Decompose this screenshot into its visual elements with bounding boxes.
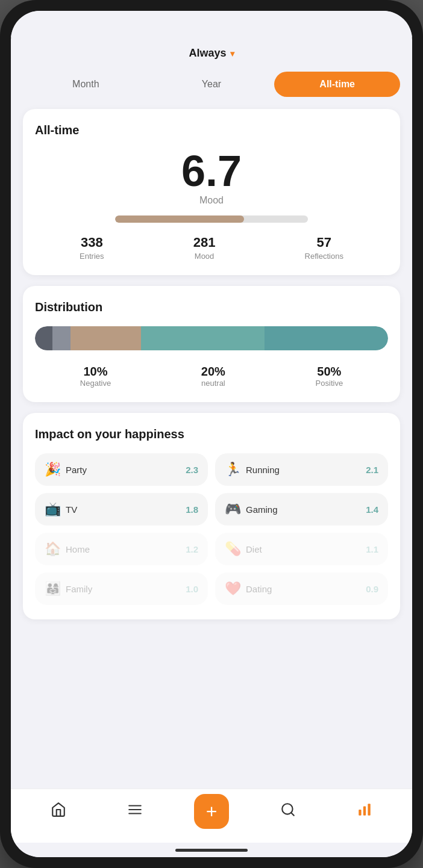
stat-mood-label: Mood — [193, 252, 216, 261]
stat-reflections: 57 Reflections — [305, 235, 343, 261]
tv-name: TV — [66, 504, 77, 515]
running-score: 2.1 — [366, 465, 378, 475]
stat-entries: 338 Entries — [80, 235, 104, 261]
nav-add[interactable]: + — [174, 794, 250, 829]
tab-alltime[interactable]: All-time — [274, 72, 400, 97]
dating-score: 0.9 — [366, 584, 378, 594]
dist-positive-label: Positive — [316, 379, 343, 388]
add-button[interactable]: + — [194, 794, 229, 829]
chevron-down-icon: ▾ — [230, 49, 234, 58]
gaming-emoji: 🎮 — [225, 501, 241, 517]
tv-emoji: 📺 — [45, 501, 61, 517]
distribution-card: Distribution 10% Negative 20% neutr — [23, 286, 400, 402]
svg-line-4 — [291, 813, 294, 816]
stat-reflections-value: 57 — [305, 235, 343, 250]
home-indicator — [11, 843, 412, 857]
impact-item-home[interactable]: 🏠 Home 1.2 — [35, 533, 208, 565]
impact-item-diet[interactable]: 💊 Diet 1.1 — [215, 533, 388, 565]
home-score: 1.2 — [186, 544, 198, 554]
bottom-nav: + — [11, 789, 412, 843]
dating-emoji: ❤️ — [225, 581, 241, 597]
nav-menu[interactable] — [97, 802, 174, 821]
nav-search[interactable] — [249, 802, 326, 821]
impact-grid: 🎉 Party 2.3 🏃 Running 2.1 📺 TV 1.8 — [35, 453, 388, 605]
header: Always ▾ — [23, 37, 400, 67]
dist-neutral-value: 20% — [201, 365, 225, 379]
dist-seg-2 — [52, 326, 70, 350]
diet-score: 1.1 — [366, 544, 378, 554]
stat-entries-value: 338 — [80, 235, 104, 250]
happiness-card-title: Impact on your happiness — [35, 427, 388, 441]
status-bar — [11, 11, 412, 37]
happiness-card: Impact on your happiness 🎉 Party 2.3 🏃 R… — [23, 413, 400, 619]
mood-score: 6.7 — [35, 149, 388, 193]
dist-negative-value: 10% — [80, 365, 111, 379]
impact-item-running[interactable]: 🏃 Running 2.1 — [215, 453, 388, 486]
svg-rect-5 — [359, 810, 361, 816]
dist-positive-value: 50% — [316, 365, 343, 379]
impact-item-family[interactable]: 👨‍👩‍👧 Family 1.0 — [35, 572, 208, 605]
impact-item-party[interactable]: 🎉 Party 2.3 — [35, 453, 208, 486]
tv-score: 1.8 — [186, 504, 198, 515]
family-score: 1.0 — [186, 584, 198, 594]
mood-bar-fill — [115, 215, 244, 223]
gaming-score: 1.4 — [366, 504, 378, 515]
party-name: Party — [66, 465, 87, 475]
party-score: 2.3 — [186, 465, 198, 475]
home-icon — [51, 802, 66, 821]
dist-stat-neutral: 20% neutral — [201, 365, 225, 388]
dist-seg-5 — [265, 326, 388, 350]
dist-stat-positive: 50% Positive — [316, 365, 343, 388]
header-title-text: Always — [189, 47, 226, 60]
nav-home[interactable] — [20, 802, 97, 821]
running-name: Running — [246, 465, 280, 475]
distribution-card-title: Distribution — [35, 300, 388, 314]
mood-score-container: 6.7 Mood — [35, 149, 388, 206]
phone-frame: Always ▾ Month Year All-time All-time 6.… — [0, 0, 423, 868]
stat-entries-label: Entries — [80, 252, 104, 261]
family-emoji: 👨‍👩‍👧 — [45, 581, 61, 597]
dist-stat-negative: 10% Negative — [80, 365, 111, 388]
dist-neutral-label: neutral — [201, 379, 225, 388]
mood-bar-container — [115, 215, 308, 223]
alltime-card: All-time 6.7 Mood 338 Entries 281 Mood — [23, 109, 400, 275]
mood-label: Mood — [35, 195, 388, 206]
running-emoji: 🏃 — [225, 462, 241, 477]
diet-emoji: 💊 — [225, 541, 241, 557]
impact-item-gaming[interactable]: 🎮 Gaming 1.4 — [215, 493, 388, 525]
dist-seg-3 — [70, 326, 141, 350]
chart-icon — [357, 802, 372, 821]
distribution-bar — [35, 326, 388, 350]
stat-mood: 281 Mood — [193, 235, 216, 261]
header-title-button[interactable]: Always ▾ — [189, 47, 234, 60]
impact-item-dating[interactable]: ❤️ Dating 0.9 — [215, 572, 388, 605]
time-tabs: Month Year All-time — [23, 72, 400, 97]
distribution-stats: 10% Negative 20% neutral 50% Positive — [35, 365, 388, 388]
phone-screen: Always ▾ Month Year All-time All-time 6.… — [11, 11, 412, 857]
home-name: Home — [66, 544, 90, 554]
tab-month[interactable]: Month — [23, 72, 149, 97]
menu-icon — [127, 802, 143, 821]
home-emoji: 🏠 — [45, 541, 61, 557]
tab-year[interactable]: Year — [149, 72, 275, 97]
stat-mood-value: 281 — [193, 235, 216, 250]
dating-name: Dating — [246, 584, 272, 594]
stat-reflections-label: Reflections — [305, 252, 343, 261]
dist-seg-1 — [35, 326, 52, 350]
family-name: Family — [66, 584, 92, 594]
impact-item-tv[interactable]: 📺 TV 1.8 — [35, 493, 208, 525]
dist-seg-4 — [141, 326, 265, 350]
gaming-name: Gaming — [246, 504, 278, 515]
search-icon — [280, 802, 296, 821]
svg-rect-6 — [363, 806, 365, 815]
home-indicator-bar — [175, 849, 248, 852]
svg-rect-7 — [368, 804, 370, 816]
nav-stats[interactable] — [326, 802, 403, 821]
dist-negative-label: Negative — [80, 379, 111, 388]
content-area: Always ▾ Month Year All-time All-time 6.… — [11, 37, 412, 789]
alltime-card-title: All-time — [35, 123, 388, 137]
plus-icon: + — [206, 802, 218, 821]
diet-name: Diet — [246, 544, 262, 554]
stats-row: 338 Entries 281 Mood 57 Reflections — [35, 235, 388, 261]
party-emoji: 🎉 — [45, 462, 61, 477]
